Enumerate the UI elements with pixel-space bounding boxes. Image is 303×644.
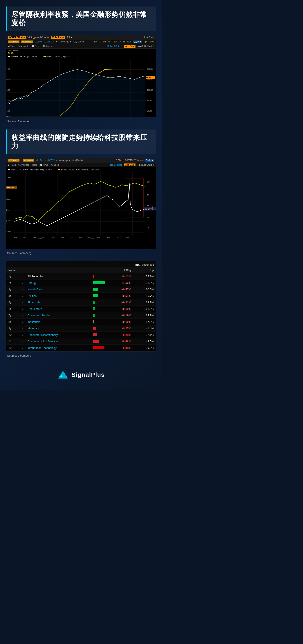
row-arrow[interactable]: › bbox=[22, 280, 25, 286]
row-number: 6) bbox=[6, 306, 22, 312]
svg-text:Nov: Nov bbox=[42, 236, 45, 238]
row-number: 12) bbox=[6, 344, 22, 351]
source3: Source: Bloomberg bbox=[6, 354, 156, 357]
row-name[interactable]: Information Technology bbox=[25, 344, 91, 351]
svg-point-92 bbox=[60, 375, 62, 378]
page-wrapper: 尽管隔夜利率收紧，美国金融形势仍然非常宽松 GSUSFCI Index 90 S… bbox=[0, 0, 162, 390]
row-name[interactable]: Health Care bbox=[25, 286, 91, 292]
row-up-pct: 55.1% bbox=[133, 273, 156, 280]
row-arrow[interactable]: › bbox=[22, 338, 25, 344]
row-arrow[interactable]: › bbox=[22, 332, 25, 338]
row-number: 4) bbox=[6, 292, 22, 299]
toolbar-news[interactable]: 📰 News bbox=[32, 45, 40, 48]
row-name[interactable]: Consumer Staples bbox=[25, 312, 91, 318]
row-name[interactable]: All Securities bbox=[25, 273, 91, 280]
row-arrow[interactable]: › bbox=[22, 286, 25, 292]
row-arrow[interactable]: › bbox=[22, 344, 25, 351]
row-up-pct: 61.3% bbox=[133, 306, 156, 312]
row-pct-change: +0.57% bbox=[107, 286, 133, 292]
row-arrow[interactable]: › bbox=[22, 325, 25, 332]
row-number: 5) bbox=[6, 299, 22, 306]
logo-text: SignalPlus bbox=[71, 371, 104, 378]
chart1-container: GSUSFCI Index 90 Suggested Charts ▾ 96 A… bbox=[6, 35, 156, 117]
row-name[interactable]: Real Estate bbox=[25, 306, 91, 312]
row-name[interactable]: Materials bbox=[25, 325, 91, 332]
row-number: 9) bbox=[6, 325, 22, 332]
securities-table-container: 503 Securities Name %Chg Up 1)All Securi… bbox=[6, 261, 156, 352]
row-bar bbox=[91, 325, 107, 332]
svg-text:2023: 2023 bbox=[91, 238, 95, 239]
row-name[interactable]: Financials bbox=[25, 299, 91, 306]
row-name[interactable]: Industrials bbox=[25, 318, 91, 325]
svg-text:2600: 2600 bbox=[6, 209, 10, 211]
svg-text:3.00: 3.00 bbox=[6, 89, 10, 91]
table-row: 10)›Consumer Discretionary-0.28%32.1% bbox=[6, 332, 156, 338]
row-arrow[interactable] bbox=[22, 273, 25, 280]
table-row: 7)›Consumer Staples+0.19%64.9% bbox=[6, 312, 156, 318]
table-header: 503 Securities bbox=[6, 261, 156, 268]
row-up-pct: 63.9% bbox=[133, 299, 156, 306]
svg-text:0.00: 0.00 bbox=[6, 116, 10, 117]
row-pct-change: +1.56% bbox=[107, 280, 133, 286]
row-arrow[interactable]: › bbox=[22, 318, 25, 325]
row-pct-change: -0.88% bbox=[107, 344, 133, 351]
row-bar bbox=[91, 273, 107, 280]
row-number: 10) bbox=[6, 332, 22, 338]
row-pct-change: -0.27% bbox=[107, 325, 133, 332]
row-arrow[interactable]: › bbox=[22, 292, 25, 299]
svg-text:2022: 2022 bbox=[38, 238, 42, 239]
svg-text:-80: -80 bbox=[147, 194, 150, 196]
svg-text:Dec: Dec bbox=[52, 236, 55, 238]
add-data-btn[interactable]: Add Data bbox=[124, 45, 135, 48]
th-pctchg: %Chg bbox=[107, 268, 133, 273]
row-name[interactable]: Consumer Discretionary bbox=[25, 332, 91, 338]
svg-text:100.00: 100.00 bbox=[147, 89, 153, 91]
row-arrow[interactable]: › bbox=[22, 306, 25, 312]
row-number: 2) bbox=[6, 280, 22, 286]
chart1-area: 101.00 100.50 100.00 99.50 99.00 99.74 5… bbox=[6, 59, 156, 117]
chart2-toolbar: ▶ Track ✎ Annotate Table 📰 News 🔍 Zoom +… bbox=[6, 163, 156, 167]
row-name[interactable]: Utilities bbox=[25, 292, 91, 299]
row-name[interactable]: Energy bbox=[25, 280, 91, 286]
section2-title-block: 收益率曲线的熊陡走势持续给科技股带来压力 bbox=[6, 130, 156, 154]
svg-text:-40: -40 bbox=[147, 216, 150, 219]
row-bar bbox=[91, 312, 107, 318]
chart1-subheader: 08/12/2021 - 08/14/2023 Last Px Local CC… bbox=[6, 40, 156, 44]
row-pct-change: +0.21% bbox=[107, 299, 133, 306]
row-name[interactable]: Communication Services bbox=[25, 338, 91, 344]
table-row: 5)›Financials+0.21%63.9% bbox=[6, 299, 156, 306]
row-pct-change: -0.48% bbox=[107, 338, 133, 344]
th-bar bbox=[91, 268, 107, 273]
chart2-header: 08/13/2022 - 08/14/2023 Mid Px Local CCY… bbox=[6, 158, 156, 163]
chart1-toolbar: ▶ Track ✎ Annotate 📰 News 🔍 Zoom + Relat… bbox=[6, 44, 156, 48]
row-arrow[interactable]: › bbox=[22, 312, 25, 318]
row-bar bbox=[91, 318, 107, 325]
toolbar-zoom[interactable]: 🔍 Zoom bbox=[43, 45, 51, 48]
row-arrow[interactable]: › bbox=[22, 299, 25, 306]
chart1-edit[interactable]: Edit ▾ bbox=[67, 36, 72, 38]
row-bar bbox=[91, 306, 107, 312]
toolbar-track[interactable]: ▶ Track bbox=[8, 45, 15, 48]
chart2-area: -74.455 3200 3000 2800 2600 2400 2200 29… bbox=[6, 172, 156, 239]
svg-text:-60: -60 bbox=[147, 205, 150, 207]
table-row: 3)›Health Care+0.57%60.0% bbox=[6, 286, 156, 292]
th-up: Up bbox=[133, 268, 156, 273]
svg-text:Oct: Oct bbox=[33, 236, 36, 238]
table-row: 8)›Industrials+0.10%57.3% bbox=[6, 318, 156, 325]
chart1-actions-badge[interactable]: 96 Actions ▾ bbox=[51, 36, 65, 39]
row-up-pct: 30.8% bbox=[133, 344, 156, 351]
svg-text:-20: -20 bbox=[147, 226, 150, 228]
section1-title-block: 尽管隔夜利率收紧，美国金融形势仍然非常宽松 bbox=[6, 6, 156, 31]
chart1-type: Line Chart bbox=[144, 36, 154, 38]
table-row: 9)›Materials-0.27%41.4% bbox=[6, 325, 156, 332]
svg-text:2400: 2400 bbox=[6, 220, 10, 222]
svg-text:Sep: Sep bbox=[23, 236, 27, 238]
svg-text:Feb: Feb bbox=[70, 236, 73, 238]
svg-text:1.00: 1.00 bbox=[6, 110, 10, 112]
row-bar bbox=[91, 332, 107, 338]
svg-text:Apr: Apr bbox=[88, 236, 91, 238]
chart1-svg: 101.00 100.50 100.00 99.50 99.00 99.74 5… bbox=[6, 59, 156, 117]
toolbar-annotate[interactable]: ✎ Annotate bbox=[18, 45, 29, 48]
row-pct-change: +0.19% bbox=[107, 312, 133, 318]
chart2-svg: -74.455 3200 3000 2800 2600 2400 2200 29… bbox=[6, 172, 156, 239]
